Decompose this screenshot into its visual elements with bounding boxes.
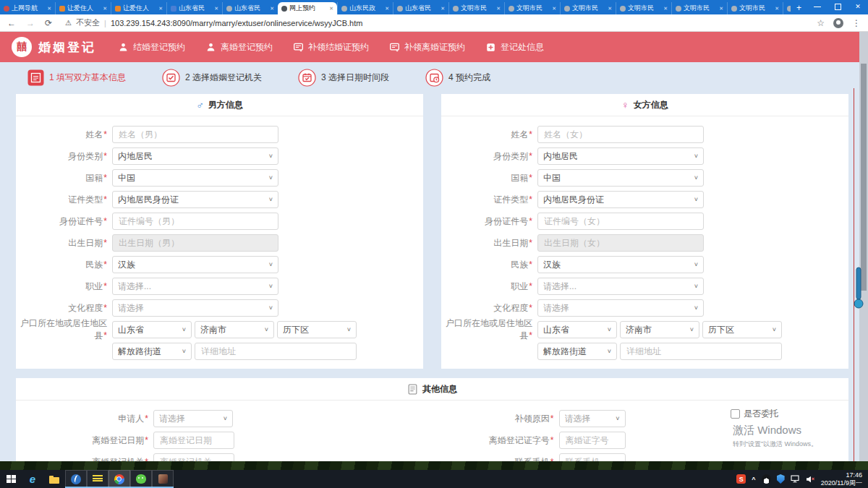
delegate-checkbox[interactable] [731,409,740,419]
tab-close-icon[interactable]: ✕ [775,6,779,12]
close-window-button[interactable]: ✕ [848,0,868,13]
身份证件号-input[interactable] [112,213,278,230]
离婚登记机关-input[interactable] [153,453,234,461]
民族-select[interactable]: 汉族˅ [537,256,704,273]
maximize-button[interactable] [827,0,848,13]
minimize-button[interactable] [807,0,827,13]
browser-tab[interactable]: 网上预约✕ [278,2,337,14]
tab-close-icon[interactable]: ✕ [496,6,501,12]
district-select[interactable]: 历下区˅ [702,321,782,338]
security-shield-icon[interactable] [777,474,785,484]
wechat-taskbar-icon[interactable] [130,470,152,488]
ie-taskbar-icon[interactable]: e [22,470,43,488]
tab-close-icon[interactable]: ✕ [47,6,51,12]
nav-item-divorce-appointment[interactable]: 离婚登记预约 [205,41,273,53]
职业-select[interactable]: 请选择...˅ [537,278,704,295]
browser-tab[interactable]: 山东省民✕ [166,2,222,14]
出生日期-input[interactable] [112,234,278,252]
tab-close-icon[interactable]: ✕ [329,6,333,12]
tab-close-icon[interactable]: ✕ [719,6,723,12]
身份证件号-input[interactable] [537,213,704,230]
tab-close-icon[interactable]: ✕ [441,6,445,12]
delegate-checkbox-row[interactable]: 是否委托 [731,408,778,420]
forward-icon[interactable]: → [26,18,35,28]
notes-taskbar-icon[interactable] [87,470,109,488]
chrome-taskbar-icon[interactable] [109,470,130,488]
nav-item-label: 离婚登记预约 [221,41,273,53]
nav-item-reissue-marriage-cert[interactable]: 补领结婚证预约 [293,41,369,53]
文化程度-select[interactable]: 请选择˅ [537,299,704,317]
taskbar-clock[interactable]: 17:462020/11/9周一 [821,471,862,487]
explorer-taskbar-icon[interactable] [43,470,65,488]
new-tab-button[interactable]: + [791,1,807,14]
qq-tray-icon[interactable] [762,474,771,484]
tab-close-icon[interactable]: ✕ [385,6,389,12]
联系手机-input[interactable] [559,453,626,461]
browser-tab[interactable]: 山东民政✕ [337,2,393,14]
media-taskbar-icon[interactable] [152,470,174,488]
离婚登记证字号-input[interactable] [559,432,626,449]
browser-tab[interactable]: 上网导航✕ [0,2,55,14]
browser-tab[interactable]: 山东省民✕ [393,2,448,14]
tab-close-icon[interactable]: ✕ [158,6,163,12]
民族-select[interactable]: 汉族˅ [112,256,278,273]
network-tray-icon[interactable] [791,475,800,483]
tab-close-icon[interactable]: ✕ [214,6,218,12]
国籍-select[interactable]: 中国˅ [112,169,278,187]
姓名-input[interactable] [537,126,704,143]
profile-avatar[interactable] [833,18,843,28]
证件类型-select[interactable]: 内地居民身份证˅ [112,191,278,208]
身份类别-select[interactable]: 内地居民˅ [112,147,278,165]
nav-item-registry-info[interactable]: 登记处信息 [485,41,544,53]
sogou-tray-icon[interactable]: S [736,474,746,484]
tab-close-icon[interactable]: ✕ [552,6,556,12]
browser-tab[interactable]: 文明市民✕ [727,2,783,14]
证件类型-select[interactable]: 内地居民身份证˅ [537,191,704,208]
bookmark-star-icon[interactable]: ☆ [817,18,825,28]
detail-address-input[interactable] [620,343,782,360]
select-value: 请选择 [543,302,569,314]
tab-close-icon[interactable]: ✕ [103,6,107,12]
离婚登记日期-input[interactable] [153,432,234,449]
start-button[interactable] [0,470,22,488]
tab-close-icon[interactable]: ✕ [608,6,612,12]
出生日期-input[interactable] [537,234,704,252]
district-select[interactable]: 历下区˅ [277,321,357,338]
文化程度-select[interactable]: 请选择˅ [112,299,278,317]
city-select[interactable]: 济南市˅ [195,321,274,338]
detail-address-input[interactable] [195,343,357,360]
globe-taskbar-icon[interactable] [65,470,87,488]
nav-item-marry-appointment[interactable]: 结婚登记预约 [118,41,185,53]
browser-tab[interactable]: 文明市民✕ [448,2,504,14]
tab-close-icon[interactable]: ✕ [270,6,274,12]
tray-expand-caret[interactable]: ^ [752,476,755,483]
browser-tab[interactable]: 文明市民✕ [504,2,560,14]
职业-select[interactable]: 请选择...˅ [112,278,278,295]
omnibox[interactable]: ⚠ 不安全 | 103.239.154.243:8090/marry/marry… [65,17,808,28]
browser-tab[interactable]: 文明市民✕ [616,2,671,14]
street-select[interactable]: 解放路街道˅ [537,343,617,360]
province-select[interactable]: 山东省˅ [112,321,192,338]
browser-menu-icon[interactable]: ⋮ [852,18,861,28]
back-icon[interactable]: ← [7,18,16,28]
volume-muted-icon[interactable] [806,476,815,483]
street-select[interactable]: 解放路街道˅ [112,343,192,360]
国籍-select[interactable]: 中国˅ [537,169,704,187]
browser-tab[interactable]: 让爱住人✕ [111,2,166,14]
姓名-input[interactable] [112,126,278,143]
tab-close-icon[interactable]: ✕ [663,6,668,12]
reload-icon[interactable]: ⟳ [45,18,52,28]
browser-tab[interactable]: 文明市民✕ [783,2,791,14]
补领原因-select[interactable]: 请选择˅ [559,410,626,427]
身份类别-select[interactable]: 内地居民˅ [537,147,704,165]
scrollbar-thumb[interactable] [861,64,867,291]
browser-tab[interactable]: 文明市民✕ [560,2,616,14]
browser-tab[interactable]: 山东省民✕ [222,2,278,14]
nav-item-label: 结婚登记预约 [133,41,185,53]
nav-item-reissue-divorce-cert[interactable]: 补领离婚证预约 [389,41,465,53]
browser-tab[interactable]: 文明市民✕ [671,2,727,14]
city-select[interactable]: 济南市˅ [620,321,699,338]
province-select[interactable]: 山东省˅ [537,321,617,338]
申请人-select[interactable]: 请选择˅ [153,410,233,427]
browser-tab[interactable]: 让爱住人✕ [55,2,111,14]
